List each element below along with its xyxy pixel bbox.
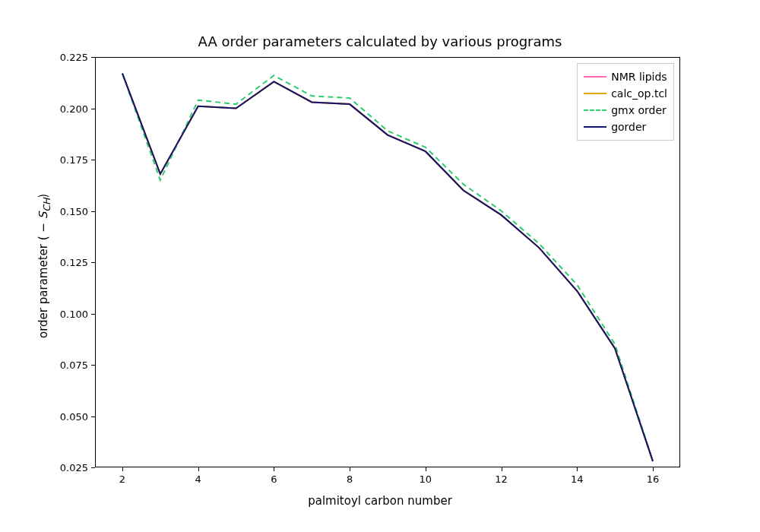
x-tick-label: 8: [347, 473, 353, 485]
legend-item: gorder: [584, 119, 667, 135]
x-axis-label-text: palmitoyl carbon number: [308, 494, 452, 508]
y-tick-mark: [91, 416, 95, 417]
x-tick-label: 14: [571, 473, 584, 485]
y-tick-mark: [91, 109, 95, 109]
series-line: [122, 74, 653, 461]
y-tick-mark: [91, 467, 95, 468]
x-tick-label: 6: [271, 473, 277, 485]
x-tick-mark: [577, 467, 578, 471]
legend-swatch: [584, 76, 606, 78]
y-tick-mark: [91, 57, 95, 58]
x-tick-mark: [198, 467, 199, 471]
y-tick-mark: [91, 211, 95, 212]
x-tick-mark: [653, 467, 654, 471]
x-tick-mark: [274, 467, 274, 471]
legend-label: gorder: [611, 121, 646, 133]
x-tick-label: 12: [495, 473, 508, 485]
y-tick-label: 0.175: [53, 154, 88, 166]
series-line: [122, 74, 653, 461]
legend-item: gmx order: [584, 102, 667, 119]
series-line: [122, 74, 653, 461]
x-tick-mark: [426, 467, 426, 471]
series-line: [122, 74, 653, 461]
y-tick-mark: [91, 365, 95, 366]
y-tick-mark: [91, 314, 95, 315]
y-axis-label: order parameter ( − SCH): [36, 194, 52, 338]
y-tick-label: 0.075: [53, 359, 88, 371]
y-tick-label: 0.125: [53, 257, 88, 268]
y-tick-mark: [91, 262, 95, 263]
legend: NMR lipidscalc_op.tclgmx ordergorder: [577, 63, 674, 141]
legend-swatch: [584, 109, 606, 111]
y-tick-label: 0.025: [53, 462, 88, 473]
x-tick-mark: [122, 467, 123, 471]
y-tick-label: 0.100: [53, 308, 88, 319]
legend-item: NMR lipids: [584, 68, 667, 85]
x-tick-label: 2: [119, 473, 125, 485]
legend-swatch: [584, 126, 606, 128]
x-tick-label: 4: [195, 473, 201, 485]
y-tick-label: 0.050: [53, 410, 88, 422]
legend-label: calc_op.tcl: [611, 87, 667, 100]
x-tick-label: 16: [647, 473, 660, 485]
x-tick-mark: [350, 467, 350, 471]
x-tick-mark: [502, 467, 502, 471]
x-axis-label: palmitoyl carbon number: [0, 494, 760, 508]
legend-swatch: [584, 93, 606, 94]
y-tick-label: 0.200: [53, 103, 88, 114]
legend-label: gmx order: [611, 104, 667, 116]
y-tick-label: 0.225: [53, 52, 88, 63]
legend-label: NMR lipids: [611, 71, 667, 83]
y-tick-mark: [91, 160, 95, 160]
legend-item: calc_op.tcl: [584, 85, 667, 102]
y-tick-label: 0.150: [53, 205, 88, 217]
x-tick-label: 10: [420, 473, 432, 485]
